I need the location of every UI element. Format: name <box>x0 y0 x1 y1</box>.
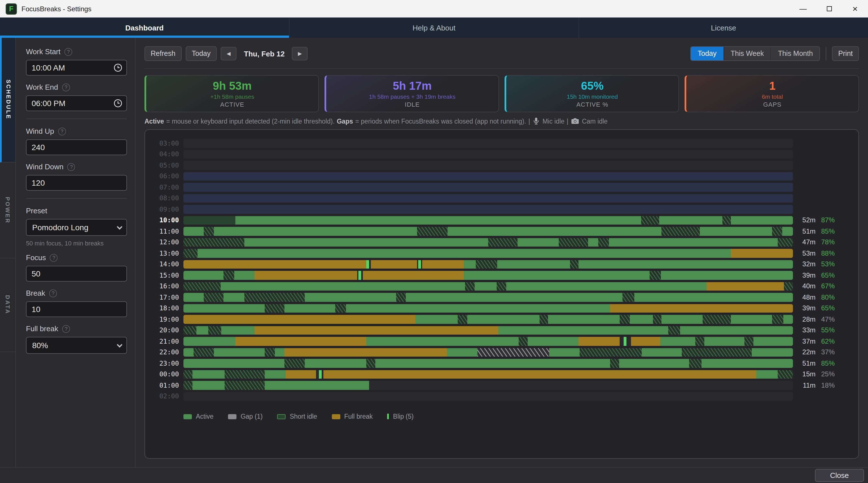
break-input[interactable] <box>26 301 127 317</box>
tab-help-about[interactable]: Help & About <box>289 18 579 38</box>
timeline-segment-b <box>324 370 756 379</box>
timeline-segment-h <box>559 238 588 247</box>
work-start-input[interactable] <box>26 60 127 75</box>
timeline-hour-label: 22:00 <box>154 348 179 356</box>
timeline-row-stats: 32m53% <box>798 260 849 268</box>
legend-item: Active <box>183 413 214 420</box>
timeline-segment-a <box>183 304 265 313</box>
timeline-segment-b <box>371 260 417 268</box>
range-this-month[interactable]: This Month <box>771 47 820 60</box>
timeline-segment-h <box>497 282 506 291</box>
current-date-label: Thu, Feb 12 <box>244 50 284 58</box>
hour-active-duration: 47m <box>798 238 815 246</box>
today-button[interactable]: Today <box>186 46 217 61</box>
timeline-row-stats: 37m62% <box>798 337 849 345</box>
timeline-row-stats: 39m65% <box>798 304 849 312</box>
timeline-segment-h <box>476 260 497 268</box>
help-icon[interactable]: ? <box>62 325 70 333</box>
range-today[interactable]: Today <box>691 47 723 60</box>
refresh-button[interactable]: Refresh <box>145 46 182 61</box>
timeline-segment-a <box>192 381 225 390</box>
hour-active-duration: 39m <box>798 271 815 279</box>
tab-dashboard[interactable]: Dashboard <box>0 18 289 38</box>
timeline-segment-b <box>286 370 316 379</box>
timeline-bar <box>183 227 793 235</box>
help-icon[interactable]: ? <box>58 127 66 135</box>
timeline-segment-a <box>782 227 793 235</box>
close-button[interactable]: Close <box>815 469 864 482</box>
print-button[interactable]: Print <box>832 46 859 61</box>
timeline-segment-a <box>196 326 208 334</box>
timeline-segment-h <box>653 315 661 324</box>
timeline-segment-s <box>183 205 793 214</box>
stat-card-idle: 5h 17m 1h 58m pauses + 3h 19m breaks IDL… <box>324 75 499 112</box>
prev-day-button[interactable]: ◀ <box>221 47 237 60</box>
timeline-segment-h <box>661 227 700 235</box>
stat-card-active-pct: 65% 15h 10m monitored ACTIVE % <box>504 75 679 112</box>
range-this-week[interactable]: This Week <box>723 47 771 60</box>
help-icon[interactable]: ? <box>67 163 75 171</box>
timeline-row: 04:00 <box>154 150 849 159</box>
rail-tab-schedule[interactable]: SCHEDULE <box>0 38 15 162</box>
timeline-bar <box>183 172 793 181</box>
timeline-row-stats: 15m25% <box>798 371 849 378</box>
timeline-segment-b <box>579 337 620 346</box>
wind-down-input[interactable] <box>26 175 127 191</box>
help-icon[interactable]: ? <box>50 254 58 261</box>
help-icon[interactable]: ? <box>62 83 70 91</box>
timeline-segment-b <box>610 304 793 313</box>
legend-swatch <box>332 414 340 419</box>
timeline-segment-b <box>363 271 464 280</box>
focus-input[interactable] <box>26 266 127 282</box>
timeline-hour-label: 12:00 <box>154 238 179 246</box>
timeline-segment-b <box>706 282 784 291</box>
focus-label: Focus ? <box>26 253 127 262</box>
timeline-segment-a <box>705 337 744 346</box>
timeline-segment-h <box>610 359 619 367</box>
timeline-segment-h <box>417 227 447 235</box>
timeline-segment-a <box>224 293 244 301</box>
timeline-hour-label: 01:00 <box>154 381 179 389</box>
legend-item: Full break <box>332 413 373 420</box>
timeline-hour-label: 19:00 <box>154 315 179 323</box>
timeline-segment-a <box>702 359 793 367</box>
timeline-row: 03:00 <box>154 139 849 148</box>
timeline-bar <box>183 392 793 400</box>
work-start-label: Work Start ? <box>26 47 127 56</box>
timeline-segment-a <box>753 337 793 346</box>
timeline-segment-b <box>285 348 447 357</box>
close-window-button[interactable]: × <box>842 0 868 18</box>
stat-sub: 15h 10m monitored <box>567 93 618 100</box>
help-icon[interactable]: ? <box>49 289 57 297</box>
preset-select[interactable]: Pomodoro Long <box>26 219 127 236</box>
timeline-row: 07:00 <box>154 183 849 192</box>
next-day-button[interactable]: ▶ <box>292 47 308 60</box>
clock-icon[interactable] <box>114 63 122 74</box>
full-break-select[interactable]: 80% <box>26 337 127 354</box>
legend-label: Short idle <box>290 413 317 420</box>
rail-tab-data[interactable]: DATA <box>0 258 15 352</box>
rail-tab-power[interactable]: POWER <box>0 162 15 258</box>
timeline-hour-label: 20:00 <box>154 326 179 334</box>
help-icon[interactable]: ? <box>64 48 72 56</box>
timeline-segment-a <box>680 326 793 334</box>
timeline-row-stats: 48m80% <box>798 293 849 301</box>
timeline-segment-h <box>183 249 197 258</box>
timeline-segment-a <box>305 293 396 301</box>
timeline-hour-label: 18:00 <box>154 304 179 312</box>
minimize-button[interactable]: — <box>790 0 816 18</box>
maximize-button[interactable] <box>816 0 842 18</box>
timeline-bar <box>183 293 793 301</box>
clock-icon[interactable] <box>114 99 122 110</box>
timeline-segment-b <box>183 260 366 268</box>
timeline-segment-a <box>548 315 620 324</box>
legend-swatch <box>228 414 237 419</box>
wind-up-input[interactable] <box>26 139 127 155</box>
timeline-segment-h <box>689 359 702 367</box>
hour-active-duration: 40m <box>798 282 815 290</box>
work-end-input[interactable] <box>26 95 127 111</box>
tab-license[interactable]: License <box>579 18 868 38</box>
timeline-segment-a <box>221 282 465 291</box>
timeline-row: 17:0048m80% <box>154 293 849 301</box>
hour-active-percent: 87% <box>821 216 835 224</box>
